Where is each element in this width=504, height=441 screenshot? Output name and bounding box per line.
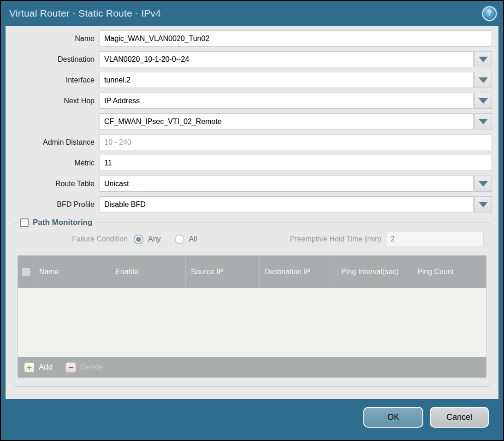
- add-button[interactable]: + Add: [24, 362, 53, 373]
- admin-distance-input[interactable]: [100, 134, 492, 150]
- chevron-down-icon: [479, 181, 488, 187]
- path-monitoring-table: Name Enable Source IP Destination IP Pin…: [18, 255, 486, 378]
- chevron-down-icon: [479, 98, 488, 104]
- failure-condition-all-radio[interactable]: All: [175, 235, 197, 244]
- next-hop-address-row: [12, 113, 492, 129]
- bfd-profile-input[interactable]: [100, 196, 474, 212]
- interface-input[interactable]: [100, 72, 474, 88]
- dialog-body: Name Destination Interface Next Hop: [6, 26, 498, 399]
- next-hop-address-dropdown-button[interactable]: [474, 113, 492, 129]
- dialog-frame: Virtual Router - Static Route - IPv4 ? N…: [1, 1, 503, 440]
- column-header-ping-interval: Ping Interval(sec): [336, 256, 412, 288]
- next-hop-type-input[interactable]: [100, 93, 474, 109]
- route-table-label: Route Table: [12, 180, 100, 188]
- admin-distance-row: Admin Distance: [12, 134, 492, 150]
- bfd-profile-label: BFD Profile: [12, 200, 100, 209]
- bfd-profile-row: BFD Profile: [12, 196, 492, 212]
- column-header-name: Name: [34, 256, 110, 288]
- header-checkbox-cell: [18, 256, 34, 288]
- interface-label: Interface: [12, 76, 100, 84]
- radio-any-label: Any: [148, 235, 161, 243]
- column-header-source-ip: Source IP: [186, 256, 260, 288]
- metric-label: Metric: [12, 159, 100, 167]
- select-all-checkbox[interactable]: [22, 268, 30, 276]
- path-monitoring-checkbox[interactable]: [20, 218, 29, 227]
- plus-icon: +: [24, 362, 35, 373]
- help-icon[interactable]: ?: [483, 7, 496, 20]
- failure-condition-label: Failure Condition: [18, 235, 134, 243]
- destination-dropdown-button[interactable]: [474, 51, 492, 67]
- path-monitoring-group: Path Monitoring Failure Condition Any Al…: [14, 218, 490, 387]
- destination-label: Destination: [12, 55, 100, 64]
- radio-unselected-icon: [175, 235, 184, 244]
- failure-condition-any-radio[interactable]: Any: [134, 235, 161, 244]
- interface-dropdown-button[interactable]: [474, 72, 492, 88]
- name-label: Name: [12, 35, 100, 43]
- table-toolbar: + Add − Delete: [18, 357, 486, 377]
- chevron-down-icon: [479, 57, 488, 62]
- path-monitoring-title: Path Monitoring: [33, 218, 92, 227]
- chevron-down-icon: [479, 119, 488, 124]
- dialog-footer: OK Cancel: [1, 399, 503, 440]
- radio-selected-icon: [134, 235, 143, 244]
- next-hop-row: Next Hop: [12, 93, 492, 109]
- next-hop-label: Next Hop: [12, 97, 100, 105]
- column-header-ping-count: Ping Count: [412, 256, 486, 288]
- column-header-enable: Enable: [110, 256, 186, 288]
- chevron-down-icon: [479, 77, 488, 83]
- metric-input[interactable]: [100, 155, 492, 171]
- column-header-destination-ip: Destination IP: [260, 256, 336, 288]
- table-header-row: Name Enable Source IP Destination IP Pin…: [18, 256, 486, 288]
- radio-all-label: All: [189, 235, 197, 243]
- name-row: Name: [12, 30, 492, 47]
- destination-row: Destination: [12, 51, 492, 67]
- table-body-empty: [18, 288, 486, 357]
- failure-condition-row: Failure Condition Any All Preemptive Hol…: [18, 231, 486, 247]
- cancel-button[interactable]: Cancel: [430, 407, 489, 428]
- name-input[interactable]: [100, 30, 492, 47]
- admin-distance-label: Admin Distance: [12, 138, 100, 147]
- route-table-input[interactable]: [100, 176, 474, 192]
- delete-button[interactable]: − Delete: [65, 362, 103, 373]
- question-mark-glyph: ?: [487, 9, 492, 18]
- destination-input[interactable]: [100, 51, 474, 67]
- delete-button-label: Delete: [80, 363, 103, 372]
- next-hop-address-input[interactable]: [100, 113, 474, 129]
- dialog-title: Virtual Router - Static Route - IPv4: [9, 8, 161, 19]
- path-monitoring-legend: Path Monitoring: [18, 218, 95, 227]
- ok-button[interactable]: OK: [363, 407, 423, 428]
- preemptive-hold-time-label: Preemptive Hold Time (min): [211, 235, 386, 243]
- minus-icon: −: [65, 362, 76, 373]
- title-bar: Virtual Router - Static Route - IPv4 ?: [1, 1, 503, 26]
- bfd-profile-dropdown-button[interactable]: [474, 196, 492, 212]
- add-button-label: Add: [39, 363, 53, 372]
- route-table-dropdown-button[interactable]: [474, 176, 492, 192]
- metric-row: Metric: [12, 155, 492, 171]
- preemptive-hold-time-input[interactable]: [386, 232, 484, 247]
- next-hop-dropdown-button[interactable]: [474, 93, 492, 109]
- route-table-row: Route Table: [12, 176, 492, 192]
- interface-row: Interface: [12, 72, 492, 88]
- chevron-down-icon: [479, 202, 488, 207]
